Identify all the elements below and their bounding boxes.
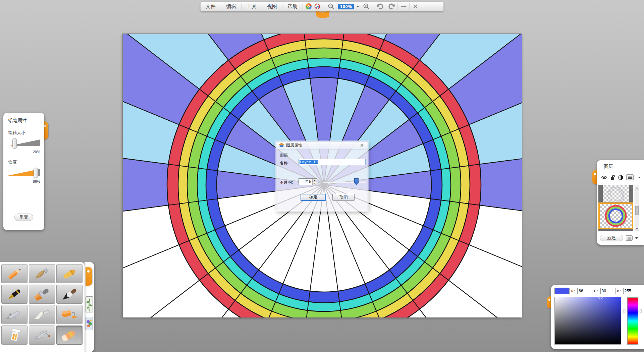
dialog-titlebar[interactable]: 图层属性 ✕: [276, 141, 368, 150]
layers-panel: 图层: [597, 160, 644, 245]
saturation-value-field[interactable]: [554, 297, 621, 345]
spin-down-button[interactable]: ▼: [313, 182, 317, 185]
softness-label: 软度: [8, 159, 41, 165]
tool-palette-panel: [0, 262, 85, 352]
layer-group-label: 图层: [280, 153, 288, 158]
layers-panel-title: 图层: [604, 164, 644, 170]
tool-palette-knife[interactable]: [29, 305, 55, 324]
zoom-level-select[interactable]: 100%: [338, 4, 354, 9]
brush-size-value: 20%: [8, 150, 40, 154]
scroll-down-arrow[interactable]: ▼: [635, 227, 639, 231]
tool-pencil[interactable]: [1, 264, 28, 283]
zoom-in-button[interactable]: [361, 2, 372, 11]
red-value-input[interactable]: [577, 288, 592, 294]
layer-name-input[interactable]: Layer 19: [299, 159, 366, 165]
layer-item-sketch[interactable]: [598, 185, 633, 202]
group-divider: [294, 155, 364, 155]
mascot-swirl-icon[interactable]: [314, 3, 321, 10]
tool-palette-side-strip: [85, 262, 94, 352]
menu-file[interactable]: 文件: [201, 2, 221, 11]
new-layer-menu-arrow[interactable]: [635, 237, 638, 239]
hue-marker-right[interactable]: [639, 309, 641, 313]
tool-eraser[interactable]: [56, 326, 83, 345]
tool-paint-roller[interactable]: [56, 305, 83, 324]
name-label: 名称:: [280, 160, 289, 166]
scroll-thumb[interactable]: [635, 206, 639, 215]
color-picker-panel: R: G: B:: [551, 285, 644, 349]
tool-leaf-pen[interactable]: [29, 326, 55, 345]
tool-paint-tube[interactable]: [1, 326, 28, 345]
menu-tools[interactable]: 工具: [241, 2, 262, 11]
zoom-out-button[interactable]: [325, 2, 337, 11]
current-color-swatch: [554, 288, 570, 294]
reset-button[interactable]: 重置: [14, 214, 33, 221]
dialog-layers-icon: [279, 143, 284, 148]
tool-flat-brush[interactable]: [29, 285, 55, 304]
layer-list: [598, 185, 633, 231]
menu-help[interactable]: 帮助: [282, 2, 303, 11]
brush-size-handle[interactable]: [12, 138, 17, 149]
redo-button[interactable]: [386, 2, 397, 11]
nature-brush-preview-button[interactable]: [86, 296, 93, 312]
main-toolbar: 文件 编辑 工具 视图 帮助 100%: [200, 1, 444, 11]
green-value-input[interactable]: [600, 288, 615, 294]
tool-pastel[interactable]: [29, 264, 55, 283]
softness-slider[interactable]: [8, 167, 40, 179]
dialog-close-icon[interactable]: ✕: [359, 143, 365, 148]
opacity-label: 不透明:: [280, 180, 293, 185]
green-label: G:: [594, 289, 598, 293]
softness-value: 86%: [8, 179, 40, 183]
brush-size-slider[interactable]: [8, 138, 40, 149]
new-layer-button[interactable]: 新建: [600, 235, 623, 241]
cancel-button[interactable]: 取消: [332, 194, 355, 201]
scroll-up-arrow[interactable]: ▲: [635, 185, 639, 190]
tool-crayon[interactable]: [56, 264, 83, 283]
color-cursor[interactable]: [598, 297, 603, 299]
pencil-panel-title: 铅笔属性: [8, 118, 41, 124]
menu-view[interactable]: 视图: [262, 2, 282, 11]
opacity-spinbox[interactable]: 215 ▲ ▼: [299, 178, 317, 185]
brush-size-label: 笔触大小: [8, 130, 41, 136]
layer-item-rainbow-selected[interactable]: [598, 202, 633, 229]
layer-menu-arrow[interactable]: [638, 177, 641, 178]
layers-scrollbar[interactable]: ▲ ▼: [635, 185, 639, 231]
tool-airbrush[interactable]: [1, 305, 28, 324]
dialog-title: 图层属性: [286, 142, 302, 148]
softness-handle[interactable]: [34, 168, 38, 178]
opacity-value: 215: [299, 179, 312, 185]
ok-button[interactable]: 确定: [301, 194, 326, 201]
text-caret: [318, 160, 318, 164]
minimize-button[interactable]: —: [398, 2, 409, 11]
close-button[interactable]: ✕: [410, 2, 421, 11]
undo-button[interactable]: [374, 2, 386, 11]
hue-strip[interactable]: [627, 297, 638, 345]
spin-up-button[interactable]: ▲: [313, 179, 317, 182]
blue-value-input[interactable]: [623, 288, 638, 294]
tool-round-brush[interactable]: [56, 285, 83, 304]
new-layer-menu-button[interactable]: [626, 235, 633, 241]
menu-edit[interactable]: 编辑: [221, 2, 241, 11]
tool-palette-tab[interactable]: [86, 267, 92, 286]
opacity-slider-track[interactable]: [323, 182, 366, 182]
layer-opacity-icon[interactable]: [618, 175, 623, 180]
layer-properties-dialog: 图层属性 ✕ 图层 名称: Layer 19 不透明: 215 ▲ ▼ 确定 取…: [276, 141, 368, 211]
mascot-face-icon[interactable]: [305, 3, 312, 10]
layer-menu-button[interactable]: [626, 174, 634, 180]
zoom-dropdown-arrow[interactable]: [357, 6, 359, 7]
pencil-properties-panel: 铅笔属性 笔触大小 20% 软度 86% 重置: [3, 113, 44, 230]
opacity-slider-thumb[interactable]: [354, 178, 359, 185]
layer-visibility-eye-icon[interactable]: [601, 175, 607, 180]
red-label: R:: [571, 289, 576, 293]
selected-text: Layer 19: [300, 160, 318, 164]
blue-label: B:: [617, 289, 622, 293]
tool-fountain-pen[interactable]: [1, 285, 28, 304]
sticker-preview-button[interactable]: [86, 317, 93, 330]
hue-marker-left[interactable]: [624, 309, 626, 313]
layer-lock-icon[interactable]: [610, 175, 615, 180]
